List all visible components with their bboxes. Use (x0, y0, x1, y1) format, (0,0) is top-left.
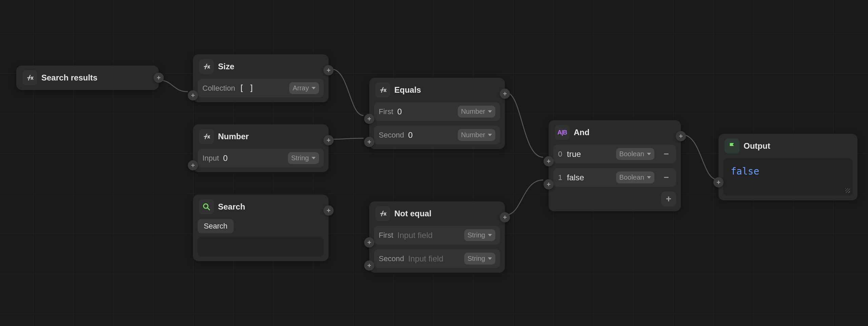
row-label: Collection (202, 84, 235, 93)
type-select-number[interactable]: Number (458, 129, 495, 141)
row-value: 0 (397, 107, 402, 116)
chevron-down-icon (312, 157, 316, 159)
fx-icon (199, 129, 214, 144)
search-icon (199, 199, 214, 214)
type-label: String (291, 154, 309, 162)
chevron-down-icon (488, 234, 492, 236)
node-search[interactable]: Search Search (193, 195, 329, 261)
svg-line-1 (208, 208, 210, 210)
input-row-second[interactable]: Second 0 Number (374, 126, 500, 144)
input-row-0[interactable]: 0 true Boolean − (553, 145, 676, 163)
row-label: First (379, 231, 393, 240)
type-select-string[interactable]: String (464, 229, 495, 241)
input-port[interactable] (188, 90, 198, 101)
flag-icon (725, 139, 739, 153)
row-value: 0 (408, 130, 413, 140)
type-select-boolean[interactable]: Boolean (616, 148, 654, 160)
node-title: Number (218, 132, 249, 141)
fx-icon (375, 83, 390, 97)
type-label: Array (293, 84, 309, 92)
remove-row-button[interactable]: − (661, 173, 671, 183)
output-port[interactable] (154, 73, 164, 83)
input-port[interactable] (188, 160, 198, 170)
node-search-results[interactable]: Search results (16, 66, 159, 90)
node-title: And (574, 128, 590, 137)
search-body[interactable] (198, 237, 324, 256)
type-select-number[interactable]: Number (458, 106, 495, 117)
output-value[interactable]: false (723, 158, 853, 196)
node-size[interactable]: Size Collection [ ] Array (193, 54, 329, 102)
node-number[interactable]: Number Input 0 String (193, 124, 329, 172)
output-port[interactable] (676, 131, 686, 141)
row-label: First (379, 107, 393, 116)
node-output[interactable]: Output false (718, 134, 857, 200)
chevron-down-icon (647, 176, 651, 179)
input-port[interactable] (713, 177, 724, 187)
type-label: Boolean (619, 150, 644, 158)
row-index: 0 (558, 150, 563, 159)
input-port-second[interactable] (364, 260, 374, 271)
row-value: false (567, 173, 584, 182)
input-port-1[interactable] (544, 179, 554, 189)
row-placeholder: Input field (408, 254, 443, 264)
type-label: Number (461, 108, 485, 115)
type-select-array[interactable]: Array (289, 82, 319, 94)
output-port[interactable] (323, 135, 334, 145)
type-label: String (468, 231, 485, 239)
node-title: Equals (394, 85, 421, 95)
input-port-0[interactable] (544, 156, 554, 166)
input-row-1[interactable]: 1 false Boolean − (553, 168, 676, 187)
tab-search[interactable]: Search (198, 219, 234, 233)
fx-icon (22, 70, 37, 85)
fx-icon (199, 59, 214, 74)
node-title: Search (218, 202, 245, 212)
row-value: true (567, 149, 581, 159)
type-select-string[interactable]: String (464, 253, 495, 265)
input-row[interactable]: Input 0 String (198, 149, 324, 167)
node-title: Size (218, 62, 234, 71)
node-not-equal[interactable]: Not equal First Input field String Secon… (369, 201, 505, 273)
fx-icon (375, 206, 390, 221)
svg-point-0 (203, 204, 208, 208)
input-row-first[interactable]: First 0 Number (374, 102, 500, 121)
row-index: 1 (558, 173, 563, 182)
type-label: String (468, 255, 485, 262)
node-and[interactable]: A|B And 0 true Boolean − 1 false Boolean… (549, 120, 681, 211)
output-port[interactable] (323, 65, 334, 75)
chevron-down-icon (647, 153, 651, 155)
chevron-down-icon (312, 87, 316, 89)
input-row-second[interactable]: Second Input field String (374, 249, 500, 268)
output-port[interactable] (500, 212, 510, 222)
type-label: Boolean (619, 174, 644, 181)
ab-icon: A|B (555, 125, 570, 140)
output-port[interactable] (323, 205, 334, 216)
input-port-first[interactable] (364, 237, 374, 248)
row-label: Second (379, 254, 404, 263)
row-value: 0 (223, 153, 228, 163)
row-value: [ ] (239, 84, 254, 93)
input-port-second[interactable] (364, 137, 374, 147)
remove-row-button[interactable]: − (661, 149, 671, 159)
row-label: Second (379, 131, 404, 140)
type-select-string[interactable]: String (288, 152, 319, 164)
chevron-down-icon (488, 257, 492, 260)
output-port[interactable] (500, 89, 510, 99)
chevron-down-icon (488, 134, 492, 136)
chevron-down-icon (488, 110, 492, 113)
type-label: Number (461, 131, 485, 139)
type-select-boolean[interactable]: Boolean (616, 171, 654, 183)
node-title: Output (744, 141, 770, 151)
node-equals[interactable]: Equals First 0 Number Second 0 Number (369, 78, 505, 149)
row-label: Input (202, 154, 219, 163)
node-title: Not equal (394, 209, 431, 218)
add-row-button[interactable]: + (661, 192, 676, 206)
input-row-first[interactable]: First Input field String (374, 226, 500, 244)
node-title: Search results (41, 73, 97, 83)
input-port-first[interactable] (364, 114, 374, 124)
row-placeholder: Input field (397, 231, 433, 240)
input-row-collection[interactable]: Collection [ ] Array (198, 79, 324, 97)
